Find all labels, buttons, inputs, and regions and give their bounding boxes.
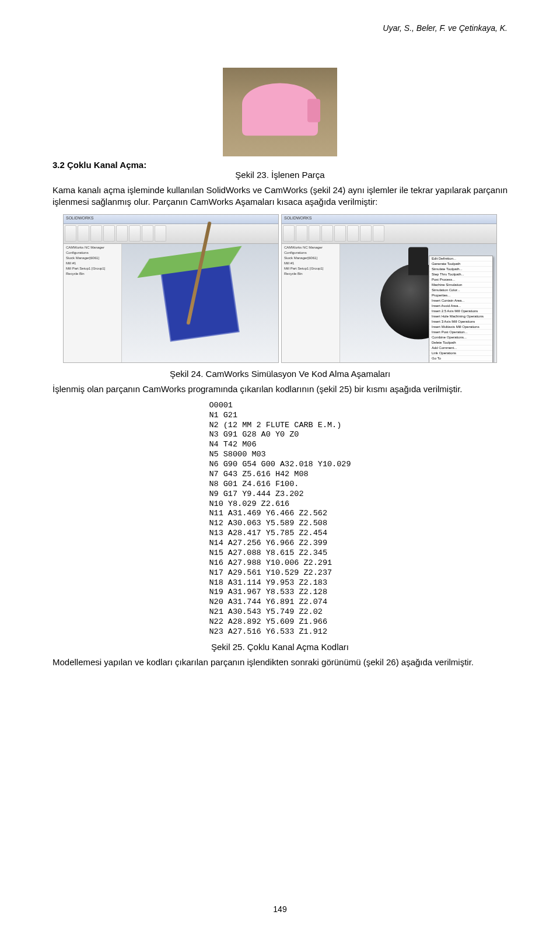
sw-feature-tree: CAMWorks NC Manager Configurations Stock…: [64, 244, 122, 362]
paragraph-3: Modellemesi yapılan ve kodları çıkarılan…: [52, 656, 508, 668]
ctx-item: Insert Post Operation...: [429, 330, 492, 335]
ctx-item: Go To: [429, 356, 492, 361]
ctx-item: Properties...: [429, 293, 492, 298]
section-3-2-heading: 3.2 Çoklu Kanal Açma:: [52, 160, 146, 170]
toolbar-button: [142, 225, 153, 242]
machined-part-shape: [242, 83, 318, 136]
toolbar-button: [65, 225, 76, 242]
paragraph-2: İşlenmiş olan parçanın CamWorks programı…: [52, 383, 508, 395]
ctx-item: Insert Avoid Area...: [429, 303, 492, 309]
gcode-listing: O0001 N1 G21 N2 (12 MM 2 FLUTE CARB E.M.…: [209, 401, 351, 637]
ctx-item: Machine Simulation: [429, 282, 492, 288]
ctx-item: Add Comment...: [429, 345, 492, 351]
ctx-item: Link Operations: [429, 351, 492, 356]
figure-23-caption: Şekil 23. İşlenen Parça: [52, 170, 508, 180]
tree-item: Configurations: [65, 250, 120, 256]
sw-viewport-right: Edit Definition... Generate Toolpath Sim…: [340, 244, 496, 362]
tree-item: Stock Manager[6061]: [283, 256, 338, 261]
figure-25-caption: Şekil 25. Çoklu Kanal Açma Kodları: [52, 642, 508, 652]
sw-titlebar: SOLIDWORKS: [64, 215, 278, 224]
toolbar-button: [334, 225, 346, 242]
toolbar-button: [347, 225, 359, 242]
ctx-item: Insert Contain Area...: [429, 298, 492, 303]
tree-item: CAMWorks NC Manager: [65, 245, 120, 250]
toolbar-button: [373, 225, 384, 242]
context-menu: Edit Definition... Generate Toolpath Sim…: [429, 256, 493, 363]
figure-23-photo: [223, 68, 337, 156]
toolbar-button: [309, 225, 320, 242]
tree-item: Configurations: [283, 250, 338, 256]
paragraph-1: Kama kanalı açma işleminde kullanılan So…: [52, 184, 508, 208]
toolbar-button: [90, 225, 102, 242]
ctx-item: Edit Definition...: [429, 256, 492, 261]
sw-body: CAMWorks NC Manager Configurations Stock…: [64, 244, 278, 362]
toolbar-button: [296, 225, 307, 242]
ctx-item: Post Process...: [429, 277, 492, 282]
sw-toolbar: [64, 224, 278, 244]
tree-item: Mill Part Setup1 [Group1]: [283, 266, 338, 271]
ctx-item: Generate Toolpath: [429, 261, 492, 267]
figure-24-screenshots: SOLIDWORKS CAMWorks NC Manager Configura…: [52, 214, 508, 363]
toolbar-button: [321, 225, 333, 242]
page-number: 149: [0, 904, 560, 914]
tree-item: Mill #1: [283, 261, 338, 266]
sw-titlebar: SOLIDWORKS: [282, 215, 496, 224]
ctx-item: Step Thru Toolpath...: [429, 272, 492, 277]
toolbar-button: [129, 225, 141, 242]
toolbar-button: [103, 225, 115, 242]
sw-toolbar: [282, 224, 496, 244]
ctx-item: Insert Multiaxis Mill Operations: [429, 324, 492, 330]
sw-body: CAMWorks NC Manager Configurations Stock…: [282, 244, 496, 362]
toolbar-button: [360, 225, 372, 242]
ctx-item: Simulate Toolpath...: [429, 267, 492, 272]
tree-item: Mill #1: [65, 261, 120, 266]
page-header-attribution: Uyar, S., Beler, F. ve Çetinkaya, K.: [52, 23, 508, 33]
ctx-item: Lock: [429, 361, 492, 363]
toolbar-button: [116, 225, 128, 242]
tree-item: Recycle Bin: [283, 271, 338, 277]
tree-item: Mill Part Setup1 [Group1]: [65, 266, 120, 271]
sw-viewport-left: [122, 244, 278, 362]
tree-item: CAMWorks NC Manager: [283, 245, 338, 250]
ctx-item: Delete Toolpath: [429, 340, 492, 345]
figure-24-caption: Şekil 24. CamWorks Simülasyon Ve Kod Alm…: [52, 369, 508, 379]
ctx-item: Insert 3 Axis Mill Operations: [429, 319, 492, 324]
ctx-item: Combine Operations...: [429, 335, 492, 340]
toolbar-button: [155, 225, 166, 242]
ctx-item: Simulation Color...: [429, 288, 492, 293]
ctx-item: Insert 2.5 Axis Mill Operations: [429, 309, 492, 314]
sw-feature-tree: CAMWorks NC Manager Configurations Stock…: [282, 244, 340, 362]
tree-item: Stock Manager[6061]: [65, 256, 120, 261]
toolbar-button: [78, 225, 89, 242]
solidworks-panel-right: SOLIDWORKS CAMWorks NC Manager Configura…: [281, 214, 497, 363]
ctx-item: Insert Hole Machining Operations: [429, 314, 492, 319]
toolbar-button: [283, 225, 295, 242]
tree-item: Recycle Bin: [65, 271, 120, 277]
solidworks-panel-left: SOLIDWORKS CAMWorks NC Manager Configura…: [63, 214, 279, 363]
